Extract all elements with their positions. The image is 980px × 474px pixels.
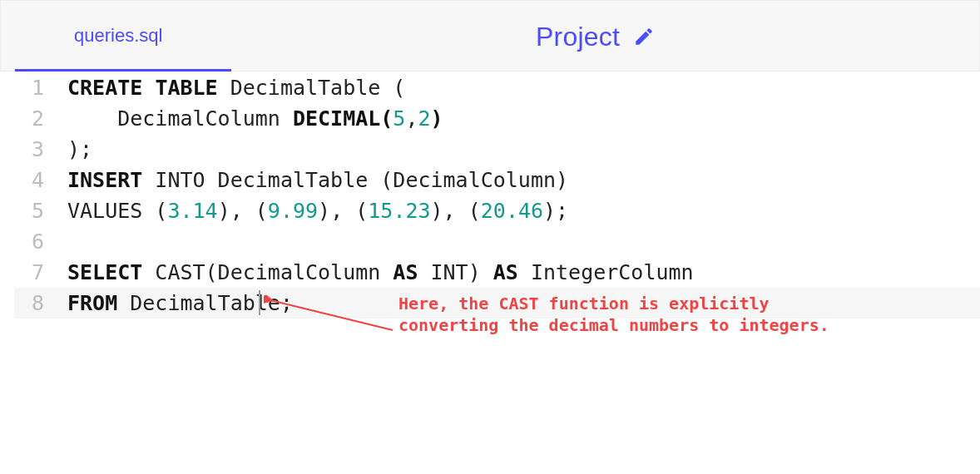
code-line (67, 226, 694, 257)
line-number: 6 (14, 226, 56, 257)
line-number: 1 (14, 72, 56, 103)
code-line: INSERT INTO DecimalTable (DecimalColumn) (67, 165, 694, 195)
code-line: DecimalColumn DECIMAL(5,2) (67, 103, 694, 134)
line-number: 7 (14, 257, 56, 288)
code-line: ); (67, 134, 694, 165)
code-line: SELECT CAST(DecimalColumn AS INT) AS Int… (67, 257, 694, 288)
line-number: 3 (14, 134, 56, 165)
annotation-line: Here, the CAST function is explicitly (398, 293, 829, 314)
tab-label: queries.sql (74, 25, 162, 47)
tab-active-underline (15, 69, 231, 72)
code-content[interactable]: CREATE TABLE DecimalTable ( DecimalColum… (67, 72, 694, 318)
code-line: VALUES (3.14), (9.99), (15.23), (20.46); (67, 195, 694, 226)
code-editor[interactable]: 1 2 3 4 5 6 7 8 CREATE TABLE DecimalTabl… (14, 72, 980, 474)
annotation-text: Here, the CAST function is explicitly co… (398, 293, 829, 336)
text-cursor (259, 290, 260, 315)
pencil-icon[interactable] (633, 26, 655, 47)
annotation-line: converting the decimal numbers to intege… (398, 314, 829, 336)
project-label: Project (536, 22, 620, 52)
tab-queries-sql[interactable]: queries.sql (1, 1, 194, 71)
line-number: 2 (14, 103, 56, 134)
line-number: 5 (14, 195, 56, 226)
editor-header: queries.sql Project (0, 0, 980, 72)
line-number: 4 (14, 165, 56, 195)
code-line: CREATE TABLE DecimalTable ( (67, 72, 694, 103)
line-number-gutter: 1 2 3 4 5 6 7 8 (14, 72, 56, 318)
line-number: 8 (14, 288, 56, 318)
project-area: Project (536, 1, 655, 72)
